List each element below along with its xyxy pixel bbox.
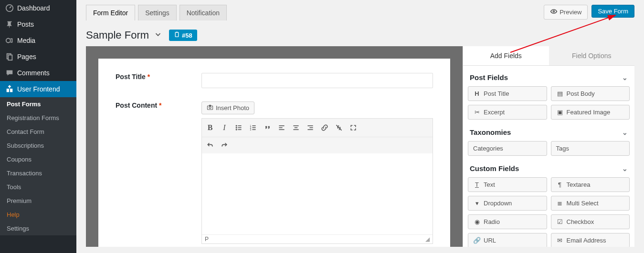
svg-point-16 bbox=[236, 129, 237, 130]
radio-icon: ◉ bbox=[473, 218, 481, 225]
chevron-down-icon: ⌄ bbox=[622, 74, 628, 81]
post-title-input[interactable] bbox=[201, 73, 433, 88]
editor-quote-button[interactable] bbox=[260, 121, 274, 135]
editor-toolbar-2 bbox=[202, 137, 433, 153]
tab-field-options[interactable]: Field Options bbox=[549, 46, 635, 65]
envelope-icon: ✉ bbox=[556, 237, 564, 244]
submenu-premium[interactable]: Premium bbox=[0, 194, 76, 208]
menu-item-pages[interactable]: Pages bbox=[0, 49, 76, 65]
field-post-title[interactable]: HPost Title bbox=[468, 86, 547, 101]
svg-rect-3 bbox=[8, 55, 12, 60]
menu-item-media[interactable]: Media bbox=[0, 32, 76, 49]
editor-undo-button[interactable] bbox=[203, 138, 217, 152]
scissors-icon: ✂ bbox=[473, 109, 481, 116]
rich-text-editor: B I 123 bbox=[201, 118, 433, 244]
submenu-subscriptions[interactable]: Subscriptions bbox=[0, 139, 76, 152]
insert-photo-button[interactable]: Insert Photo bbox=[201, 101, 254, 114]
submenu-tools[interactable]: Tools bbox=[0, 180, 76, 194]
menu-label: Comments bbox=[17, 69, 50, 77]
preview-label: Preview bbox=[560, 9, 581, 16]
field-dropdown[interactable]: ▾Dropdown bbox=[468, 196, 547, 211]
field-email[interactable]: ✉Email Address bbox=[551, 233, 630, 247]
editor-toolbar: B I 123 bbox=[202, 119, 433, 137]
field-url[interactable]: 🔗URL bbox=[468, 233, 547, 247]
submenu-settings[interactable]: Settings bbox=[0, 222, 76, 235]
preview-button[interactable]: Preview bbox=[544, 5, 588, 20]
field-checkbox[interactable]: ☑Checkbox bbox=[551, 214, 630, 229]
field-multi-select[interactable]: ≣Multi Select bbox=[551, 196, 630, 211]
paragraph-icon: ¶ bbox=[556, 181, 564, 188]
submenu-transactions[interactable]: Transactions bbox=[0, 166, 76, 180]
editor-ul-button[interactable] bbox=[232, 121, 246, 135]
chevron-down-icon: ⌄ bbox=[622, 129, 628, 136]
field-tags[interactable]: Tags bbox=[551, 141, 630, 156]
submenu-post-forms[interactable]: Post Forms bbox=[0, 97, 76, 111]
menu-label: Posts bbox=[17, 20, 34, 28]
form-id-badge[interactable]: #58 bbox=[169, 30, 197, 41]
form-canvas: Post Title * Post Content * bbox=[98, 59, 450, 247]
editor-unlink-button[interactable] bbox=[332, 121, 346, 135]
comments-icon bbox=[5, 69, 14, 77]
editor-align-left-button[interactable] bbox=[274, 121, 289, 135]
form-field-post-content[interactable]: Post Content * Insert Photo B bbox=[116, 101, 433, 244]
top-row: Form Editor Settings Notification Previe… bbox=[86, 5, 634, 20]
accordion-header[interactable]: Custom Fields ⌄ bbox=[468, 160, 630, 177]
form-field-post-title[interactable]: Post Title * bbox=[116, 73, 433, 88]
editor-body[interactable] bbox=[202, 153, 433, 234]
submenu-contact-form[interactable]: Contact Form bbox=[0, 125, 76, 139]
menu-item-user-frontend[interactable]: User Frontend bbox=[0, 81, 76, 97]
svg-point-14 bbox=[236, 127, 237, 128]
editor-ol-button[interactable]: 123 bbox=[246, 121, 260, 135]
document-icon: ▤ bbox=[556, 90, 564, 97]
menu-item-comments[interactable]: Comments bbox=[0, 65, 76, 81]
group-post-fields: Post Fields ⌄ HPost Title ▤Post Body ✂Ex… bbox=[468, 69, 630, 121]
submenu-registration-forms[interactable]: Registration Forms bbox=[0, 111, 76, 125]
right-panel-body[interactable]: Post Fields ⌄ HPost Title ▤Post Body ✂Ex… bbox=[463, 66, 634, 247]
accordion-header[interactable]: Post Fields ⌄ bbox=[468, 69, 630, 86]
tab-notification[interactable]: Notification bbox=[179, 5, 227, 20]
editor-fullscreen-button[interactable] bbox=[346, 121, 360, 135]
svg-text:3: 3 bbox=[250, 129, 252, 131]
submenu-help[interactable]: Help bbox=[0, 208, 76, 222]
required-star: * bbox=[159, 101, 161, 109]
field-text[interactable]: TText bbox=[468, 177, 547, 192]
menu-item-posts[interactable]: Posts bbox=[0, 16, 76, 32]
field-radio[interactable]: ◉Radio bbox=[468, 214, 547, 229]
editor-align-center-button[interactable] bbox=[289, 121, 303, 135]
editor-status-bar: P ◢ bbox=[202, 234, 433, 243]
editor-redo-button[interactable] bbox=[217, 138, 232, 152]
heading-icon: H bbox=[473, 90, 481, 97]
editor-align-right-button[interactable] bbox=[303, 121, 317, 135]
right-panel: Add Fields Field Options Post Fields ⌄ H… bbox=[463, 46, 634, 247]
main-content: Form Editor Settings Notification Previe… bbox=[76, 0, 644, 253]
user-frontend-icon bbox=[5, 85, 14, 93]
svg-point-6 bbox=[553, 10, 555, 12]
save-form-button[interactable]: Save Form bbox=[591, 5, 634, 18]
svg-rect-11 bbox=[209, 105, 211, 106]
title-dropdown-toggle[interactable] bbox=[154, 30, 162, 41]
svg-rect-5 bbox=[10, 89, 12, 92]
field-featured-image[interactable]: ▣Featured Image bbox=[551, 105, 630, 120]
tab-add-fields[interactable]: Add Fields bbox=[463, 46, 549, 65]
pin-icon bbox=[5, 20, 14, 29]
editor-italic-button[interactable]: I bbox=[217, 121, 232, 135]
eye-icon bbox=[550, 8, 558, 17]
field-excerpt[interactable]: ✂Excerpt bbox=[468, 105, 547, 120]
tab-form-editor[interactable]: Form Editor bbox=[86, 5, 135, 20]
submenu-user-frontend: Post Forms Registration Forms Contact Fo… bbox=[0, 97, 76, 235]
field-categories[interactable]: Categories bbox=[468, 141, 547, 156]
canvas-wrap[interactable]: Post Title * Post Content * bbox=[86, 46, 463, 247]
field-textarea[interactable]: ¶Textarea bbox=[551, 177, 630, 192]
tab-settings[interactable]: Settings bbox=[138, 5, 177, 20]
accordion-header[interactable]: Taxonomies ⌄ bbox=[468, 123, 630, 141]
svg-rect-7 bbox=[175, 32, 179, 37]
media-icon bbox=[5, 36, 14, 45]
editor-link-button[interactable] bbox=[317, 121, 332, 135]
svg-rect-8 bbox=[176, 32, 178, 33]
resize-handle-icon[interactable]: ◢ bbox=[425, 236, 430, 243]
field-post-body[interactable]: ▤Post Body bbox=[551, 86, 630, 101]
menu-item-dashboard[interactable]: Dashboard bbox=[0, 0, 76, 16]
submenu-coupons[interactable]: Coupons bbox=[0, 152, 76, 166]
editor-bold-button[interactable]: B bbox=[203, 121, 217, 135]
svg-point-10 bbox=[209, 107, 211, 109]
